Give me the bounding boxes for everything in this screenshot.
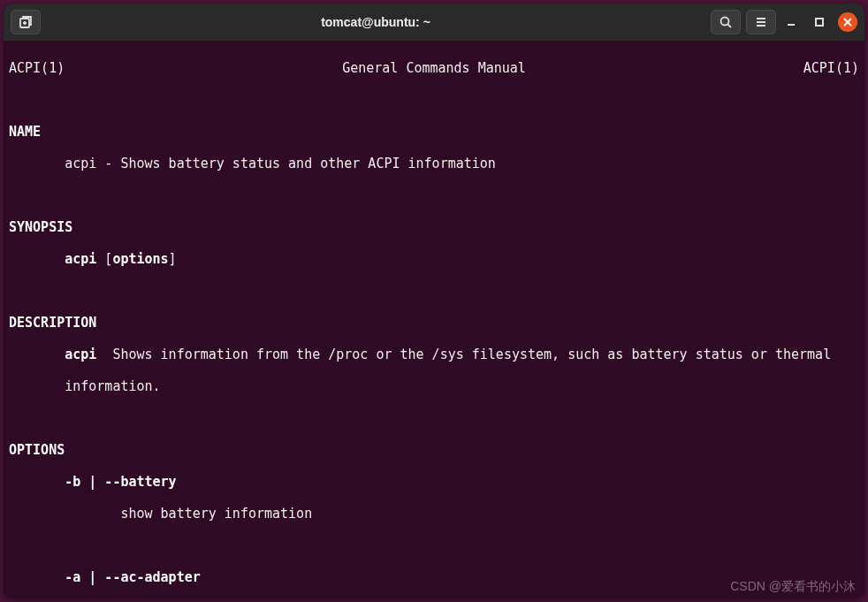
- search-button[interactable]: [711, 10, 741, 34]
- watermark: CSDN @爱看书的小沐: [730, 579, 856, 595]
- option-desc: show battery information: [9, 506, 859, 522]
- section-name: NAME: [9, 124, 41, 140]
- svg-rect-2: [816, 19, 823, 26]
- titlebar: tomcat@ubuntu: ~: [4, 4, 864, 41]
- terminal-content[interactable]: ACPI(1)General Commands ManualACPI(1) NA…: [4, 41, 864, 598]
- section-options: OPTIONS: [9, 442, 65, 458]
- close-button[interactable]: [838, 12, 857, 32]
- name-line: acpi - Shows battery status and other AC…: [9, 156, 859, 171]
- maximize-button[interactable]: [810, 12, 829, 32]
- description-line1: acpi Shows information from the /proc or…: [9, 347, 859, 362]
- synopsis-line: acpi [options]: [9, 251, 859, 267]
- man-header-center: General Commands Manual: [65, 60, 803, 76]
- section-synopsis: SYNOPSIS: [9, 219, 72, 235]
- window-controls: [781, 12, 857, 32]
- new-tab-button[interactable]: [11, 10, 41, 34]
- terminal-window: tomcat@ubuntu: ~ ACPI(1)General Commands…: [4, 4, 864, 598]
- svg-point-1: [721, 18, 729, 26]
- man-header: ACPI(1)General Commands ManualACPI(1): [9, 60, 859, 76]
- man-header-right: ACPI(1): [803, 60, 859, 76]
- section-description: DESCRIPTION: [9, 315, 96, 331]
- window-title: tomcat@ubuntu: ~: [46, 15, 705, 29]
- man-header-left: ACPI(1): [9, 60, 65, 76]
- menu-button[interactable]: [746, 10, 776, 34]
- minimize-button[interactable]: [781, 12, 801, 32]
- option-flag: -b | --battery: [9, 474, 859, 490]
- description-line2: information.: [9, 378, 859, 394]
